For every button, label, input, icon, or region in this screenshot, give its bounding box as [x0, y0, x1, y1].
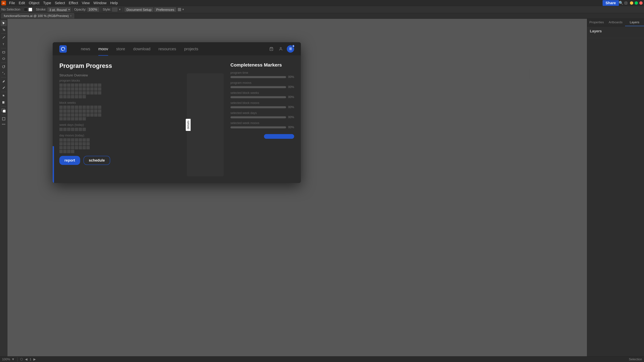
- grid-block: [94, 113, 98, 117]
- grid-block: [79, 128, 82, 131]
- expand-icon[interactable]: ▼: [182, 8, 184, 11]
- grid-block: [63, 83, 66, 87]
- selection-tool[interactable]: [1, 20, 7, 26]
- pen-tool[interactable]: [1, 35, 7, 41]
- maximize-btn[interactable]: [634, 1, 638, 5]
- nav-store[interactable]: store: [112, 42, 129, 56]
- grid-block: [82, 142, 86, 145]
- type-tool[interactable]: T: [1, 41, 7, 47]
- more-tools[interactable]: •••: [1, 122, 7, 126]
- pencil-tool[interactable]: [1, 85, 7, 91]
- grid-block: [75, 83, 78, 87]
- report-button[interactable]: report: [59, 156, 80, 165]
- grid-block: [86, 138, 90, 142]
- grid-block: [59, 150, 63, 153]
- grid-block: [59, 106, 63, 109]
- marker-selected-week-days-label: selected week days: [230, 111, 294, 115]
- menu-file[interactable]: File: [8, 0, 16, 6]
- user-icon[interactable]: [278, 45, 284, 52]
- grid-block: [63, 117, 66, 120]
- grid-block: [75, 106, 78, 109]
- stroke-dropdown[interactable]: 3 pt. Round: [48, 7, 70, 12]
- ellipse-tool[interactable]: [1, 56, 7, 62]
- nav-moov[interactable]: moov: [94, 42, 112, 56]
- close-btn[interactable]: [639, 1, 643, 5]
- tab-artboards[interactable]: Artboards: [606, 19, 625, 26]
- marker-selected-block-moovs: selected block moovs 00%: [230, 101, 294, 109]
- app-icon: Ai: [1, 1, 6, 5]
- stroke-color-swatch[interactable]: [28, 8, 32, 11]
- block-weeks-grid: [59, 106, 103, 120]
- style-swatch[interactable]: [112, 7, 118, 11]
- bottom-action-btn[interactable]: [264, 134, 294, 139]
- align-icon[interactable]: [178, 8, 181, 11]
- grid-block: [63, 87, 66, 91]
- detail-tab[interactable]: details: [186, 119, 191, 131]
- grid-block: [82, 109, 86, 113]
- close-tab-icon[interactable]: ×: [70, 14, 72, 17]
- gradient-tool[interactable]: [1, 99, 7, 105]
- schedule-button[interactable]: schedule: [84, 156, 110, 165]
- grid-block: [79, 117, 82, 120]
- nav-download[interactable]: download: [129, 42, 154, 56]
- artboard-next[interactable]: ▶: [33, 357, 36, 361]
- tab-bar: functionalScreens.ai @ 100 % (RGB/Previe…: [0, 13, 644, 19]
- structure-overview: Structure Overview program blocks block …: [59, 73, 182, 176]
- menu-help[interactable]: Help: [108, 0, 120, 6]
- menu-effect[interactable]: Effect: [67, 0, 80, 6]
- grid-block: [79, 138, 82, 142]
- canvas-area[interactable]: news moov store download resources proje…: [8, 19, 587, 356]
- user-avatar[interactable]: ☰ 3: [287, 45, 294, 53]
- grid-block: [67, 138, 70, 142]
- minimize-btn[interactable]: [630, 1, 633, 5]
- nav-resources[interactable]: resources: [154, 42, 180, 56]
- grid-block: [59, 146, 63, 149]
- svg-text:Ai: Ai: [2, 2, 5, 4]
- brush-tool[interactable]: [1, 78, 7, 84]
- grid-block: [71, 138, 74, 142]
- menu-object[interactable]: Object: [27, 0, 41, 6]
- document-setup-button[interactable]: Document Setup: [124, 7, 153, 12]
- search-icon[interactable]: 🔍: [619, 1, 622, 5]
- tab-layers[interactable]: Layers: [625, 19, 644, 26]
- menu-type[interactable]: Type: [42, 0, 53, 6]
- grid-block: [75, 146, 78, 149]
- fill-color-swatch[interactable]: [24, 8, 28, 11]
- nav-projects[interactable]: projects: [180, 42, 202, 56]
- cart-icon[interactable]: [268, 45, 275, 52]
- drawing-modes[interactable]: [1, 116, 7, 122]
- grid-block: [79, 106, 82, 109]
- artboard-prev[interactable]: ◀: [25, 357, 28, 361]
- direct-selection-tool[interactable]: [1, 26, 7, 32]
- menu-view[interactable]: View: [80, 0, 92, 6]
- grid-block: [59, 109, 63, 113]
- active-tab[interactable]: functionalScreens.ai @ 100 % (RGB/Previe…: [1, 13, 74, 18]
- rectangle-tool[interactable]: [1, 49, 7, 55]
- window-controls[interactable]: ⊡: [624, 1, 628, 5]
- block-weeks-section: block weeks: [59, 101, 182, 120]
- opacity-input[interactable]: [88, 7, 99, 12]
- marker-selected-week-moovs-pct: 00%: [288, 125, 294, 129]
- menu-edit[interactable]: Edit: [17, 0, 27, 6]
- menu-bar: Ai File Edit Object Type Select Effect V…: [0, 0, 644, 6]
- grid-block: [75, 142, 78, 145]
- tab-properties[interactable]: Properties: [587, 19, 606, 26]
- preferences-button[interactable]: Preferences: [154, 7, 176, 12]
- rotate-tool[interactable]: [1, 64, 7, 70]
- svg-rect-7: [2, 117, 5, 120]
- grid-block: [98, 91, 101, 94]
- fill-stroke-indicator[interactable]: [1, 108, 7, 114]
- toolbar-divider-5: [123, 7, 123, 11]
- marker-program-time-bar-row: 00%: [230, 75, 294, 79]
- nav-news[interactable]: news: [77, 42, 94, 56]
- style-dropdown-arrow[interactable]: ▼: [118, 7, 121, 11]
- app-content: Program Progress Structure Overview prog…: [53, 56, 301, 183]
- scroll-indicator[interactable]: [529, 69, 530, 79]
- grid-block: [71, 109, 74, 113]
- share-button[interactable]: Share: [602, 0, 619, 6]
- menu-window[interactable]: Window: [92, 0, 108, 6]
- scale-tool[interactable]: [1, 70, 7, 76]
- eyedropper-tool[interactable]: [1, 93, 7, 99]
- menu-select[interactable]: Select: [53, 0, 67, 6]
- zoom-control[interactable]: 100% ▼: [2, 358, 14, 361]
